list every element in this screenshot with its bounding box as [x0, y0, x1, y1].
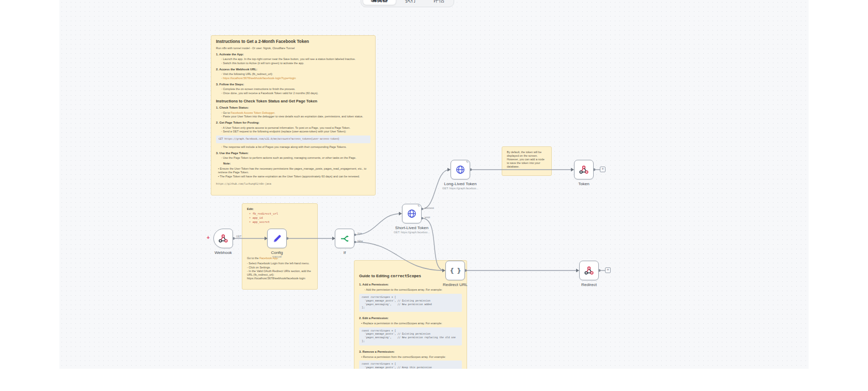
webhook-method-label: GET: [236, 235, 241, 238]
if-branch-icon: [340, 234, 350, 244]
workflow-canvas[interactable]: 编辑器 执行 评估 Instructions to Get a 2-Month …: [59, 0, 809, 369]
http-globe-icon: [407, 208, 417, 219]
node-label-short-lived-token: Short-Lived Token: [381, 225, 443, 231]
add-node-button[interactable]: +: [600, 167, 606, 172]
tab-executions[interactable]: 执行: [397, 0, 424, 5]
braces-icon: { }: [450, 267, 460, 275]
if-true-output-label: true: [358, 232, 362, 235]
if-false-output-label: false: [358, 240, 363, 243]
tab-editor[interactable]: 编辑器: [363, 0, 396, 5]
view-tabbar: 编辑器 执行 评估: [361, 0, 454, 7]
node-label-long-lived-token: Long-Lived Token: [429, 182, 491, 187]
respond-webhook-icon: [579, 164, 589, 175]
add-node-button[interactable]: +: [605, 267, 611, 273]
node-subtitle-short-lived-token: GET: https://graph.faceboo...: [381, 231, 443, 234]
node-label-redirect-url: Redirect URL: [424, 282, 486, 288]
retry-icon: ↻: [417, 204, 420, 207]
http-globe-icon: [455, 164, 466, 175]
node-token[interactable]: [574, 160, 594, 179]
respond-webhook-icon: [584, 265, 594, 276]
node-label-token: Token: [553, 182, 615, 187]
node-subtitle-long-lived-token: GET: https://graph.faceboo...: [429, 187, 491, 190]
node-short-lived-token[interactable]: ↻: [402, 204, 422, 223]
node-if[interactable]: [335, 229, 354, 248]
node-webhook[interactable]: [213, 229, 233, 248]
node-config[interactable]: [267, 229, 287, 248]
http-success-output-label: success: [425, 207, 434, 209]
node-redirect-url[interactable]: { }: [445, 261, 465, 280]
node-long-lived-token[interactable]: ↻: [451, 160, 470, 179]
retry-icon: ↻: [466, 160, 469, 163]
node-label-redirect: Redirect: [558, 282, 620, 288]
node-redirect[interactable]: [579, 261, 599, 280]
node-subtitle-config: manual: [246, 255, 308, 258]
tab-evaluations[interactable]: 评估: [425, 0, 452, 5]
trigger-pin-icon: +: [207, 235, 210, 240]
node-label-if: If: [314, 250, 376, 255]
edit-pencil-icon: [272, 234, 282, 244]
webhook-icon: [218, 233, 228, 244]
http-error-output-label: error: [425, 216, 430, 219]
node-label-webhook: Webhook: [192, 250, 254, 255]
